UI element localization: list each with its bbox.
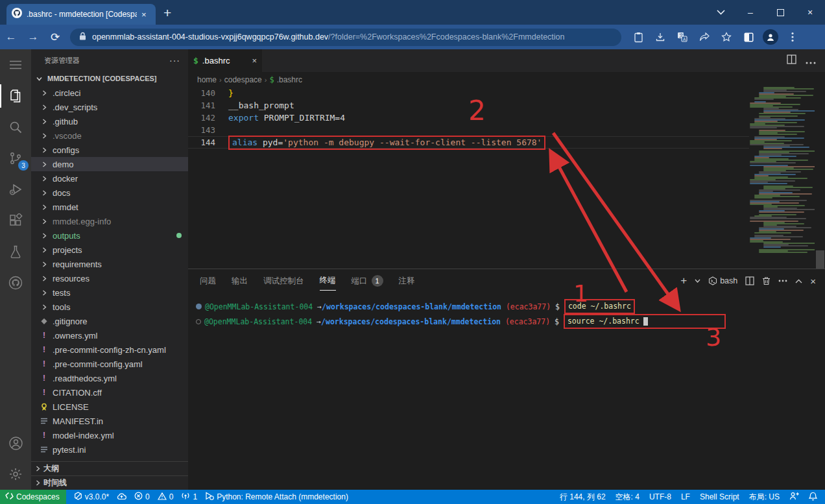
minimap[interactable] [750,86,815,256]
status-debug[interactable]: Python: Remote Attach (mmdetection) [205,492,348,502]
sidebar-section-大纲[interactable]: 大纲 [31,461,188,475]
tree-item-manifest-in[interactable]: MANIFEST.in [31,414,188,428]
share-icon[interactable] [697,29,712,45]
status-error[interactable]: 0 [134,492,150,502]
tree-item--pre-commit-config-yaml[interactable]: !.pre-commit-config.yaml [31,357,188,371]
panel-tab-调试控制台[interactable]: 调试控制台 [263,272,304,291]
tree-item-mmdet-egg-info[interactable]: mmdet.egg-info [31,214,188,228]
tree-item-outputs[interactable]: outputs [31,228,188,243]
tree-item-docs[interactable]: docs [31,186,188,200]
code-line-142[interactable]: 142export PROMPT_DIRTRIM=4 [188,112,749,124]
editor-tab-close-icon[interactable]: × [252,56,257,66]
status-remote[interactable]: Codespaces [0,490,66,504]
status-UTF-8[interactable]: UTF-8 [649,492,671,501]
tree-item-tools[interactable]: tools [31,300,188,314]
tree-item-model-index-yml[interactable]: !model-index.yml [31,428,188,442]
tree-item-mmdetection-codespaces-[interactable]: MMDETECTION [CODESPACES] [31,71,188,86]
extensions-icon[interactable] [0,205,31,236]
tree-item-citation-cff[interactable]: !CITATION.cff [31,385,188,400]
maximize-button[interactable] [765,0,795,25]
back-icon[interactable]: ← [0,30,22,43]
editor-tab-bashrc[interactable]: $ .bashrc × [188,49,262,72]
panel-tab-注释[interactable]: 注释 [399,272,415,291]
translate-icon[interactable]: 文A [675,29,690,45]
tab-close-icon[interactable]: × [141,10,147,19]
tree-item-tests[interactable]: tests [31,285,188,300]
address-bar[interactable]: openmmlab-assistant-004-studious-vxpjj6q… [70,29,621,46]
tree-item--dev-scripts[interactable]: .dev_scripts [31,100,188,114]
sidebar-more-icon[interactable]: ··· [169,55,180,66]
tree-item-pytest-ini[interactable]: pytest.ini [31,442,188,457]
testing-icon[interactable] [0,236,31,267]
split-terminal-icon[interactable] [745,276,754,285]
explorer-icon[interactable] [0,80,31,112]
status-bell[interactable] [809,492,817,503]
status-broadcast[interactable]: 1 [181,492,197,502]
new-tab-button[interactable]: + [163,5,171,21]
tree-item-docker[interactable]: docker [31,171,188,186]
favorite-star-icon[interactable] [719,29,734,45]
close-panel-icon[interactable]: × [810,276,816,287]
reload-icon[interactable]: ⟳ [44,30,66,44]
status-空格: 4[interactable]: 空格: 4 [616,492,640,503]
editor-more-actions-icon[interactable] [806,55,816,67]
panel-more-icon[interactable] [778,280,787,282]
status-LF[interactable]: LF [681,492,690,501]
tree-item--readthedocs-yml[interactable]: !.readthedocs.yml [31,371,188,385]
status-version[interactable]: v3.0.0* [74,492,109,502]
browser-menu-icon[interactable] [785,29,800,45]
sidebar-section-时间线[interactable]: 时间线 [31,475,188,490]
forward-icon[interactable]: → [22,30,44,43]
tree-item--github[interactable]: .github [31,114,188,128]
account-icon[interactable] [0,427,31,459]
tree-item-requirements[interactable]: requirements [31,257,188,271]
status-Shell Script[interactable]: Shell Script [700,492,739,501]
terminal[interactable]: @OpenMMLab-Assistant-004 →/workspaces/co… [188,293,825,329]
new-terminal-icon[interactable]: + [680,274,687,287]
panel-tab-输出[interactable]: 输出 [232,272,248,291]
breadcrumb[interactable]: home› codespace› $ .bashrc [188,72,825,87]
tree-item--gitignore[interactable]: .gitignore [31,314,188,328]
kill-terminal-trash-icon[interactable] [762,276,771,285]
code-line-140[interactable]: 140} [188,87,749,99]
tree-item--owners-yml[interactable]: !.owners.yml [31,328,188,342]
menu-icon[interactable] [0,49,31,80]
panel-tab-终端[interactable]: 终端 [320,271,336,291]
panel-tab-问题[interactable]: 问题 [200,272,216,291]
github-icon[interactable] [0,267,31,298]
download-icon[interactable] [652,29,668,45]
tree-item--vscode[interactable]: .vscode [31,128,188,143]
status-行 144, 列 62[interactable]: 行 144, 列 62 [560,492,606,503]
sidebar-panel-icon[interactable] [741,29,756,45]
profile-avatar[interactable] [763,29,778,45]
search-icon[interactable] [0,112,31,143]
minimize-button[interactable]: – [735,0,765,25]
run-debug-icon[interactable] [0,174,31,205]
source-control-icon[interactable]: 3 [0,143,31,174]
tree-item-license[interactable]: LICENSE [31,400,188,414]
panel-tab-端口[interactable]: 端口1 [352,271,383,291]
terminal-dropdown-chevron-icon[interactable] [695,279,700,283]
browser-tab[interactable]: .bashrc - mmdetection [Codespa × [6,4,156,25]
maximize-panel-chevron-icon[interactable] [795,279,802,283]
code-line-143[interactable]: 143 [188,124,749,136]
status-布局: US[interactable]: 布局: US [749,492,780,503]
tree-item--pre-commit-config-zh-cn-yaml[interactable]: !.pre-commit-config-zh-cn.yaml [31,342,188,357]
status-feedback[interactable] [789,492,799,502]
bash-shell-item[interactable]: bash [708,276,737,285]
tree-item-resources[interactable]: resources [31,271,188,285]
clipboard-icon[interactable] [630,29,646,45]
tree-item--circleci[interactable]: .circleci [31,86,188,100]
status-warning[interactable]: 0 [158,492,174,502]
split-editor-icon[interactable] [787,54,796,67]
browser-chevron-down-icon[interactable] [706,0,735,25]
tree-item-demo[interactable]: demo [31,157,188,171]
tree-item-configs[interactable]: configs [31,143,188,157]
settings-gear-icon[interactable] [0,459,31,490]
code-editor[interactable]: 140}141__bash_prompt142export PROMPT_DIR… [188,87,749,149]
tree-item-projects[interactable]: projects [31,243,188,257]
tree-item-mmdet[interactable]: mmdet [31,200,188,214]
code-line-141[interactable]: 141__bash_prompt [188,99,749,112]
status-cloud[interactable] [117,492,126,502]
code-line-144[interactable]: 144alias pyd='python -m debugpy --wait-f… [188,136,749,149]
